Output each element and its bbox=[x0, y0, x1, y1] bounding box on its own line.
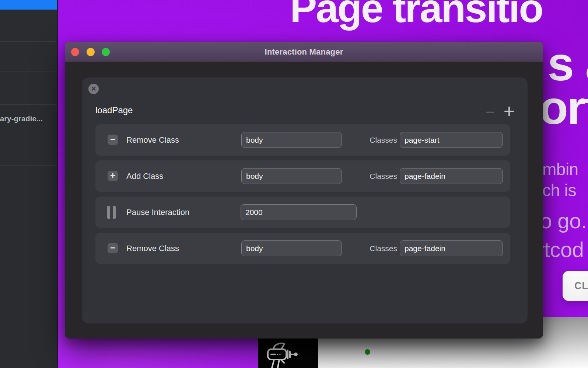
heading-fragment-3: ort bbox=[539, 84, 588, 131]
classes-label: Classes bbox=[353, 244, 397, 253]
paragraph-fragment-2: ch is bbox=[542, 182, 576, 199]
minus-icon[interactable]: − bbox=[108, 135, 118, 145]
selector-input[interactable] bbox=[241, 204, 357, 220]
sidebar-divider bbox=[0, 133, 57, 133]
selector-input[interactable] bbox=[241, 240, 342, 256]
add-action-button[interactable]: + bbox=[502, 104, 517, 119]
action-label: Add Class bbox=[126, 171, 163, 181]
sidebar-divider bbox=[0, 104, 57, 105]
action-row: − Remove Class Classes bbox=[95, 124, 510, 156]
action-rows: − Remove Class Classes + Add Class Class… bbox=[95, 124, 510, 269]
remove-action-button[interactable]: − bbox=[483, 105, 497, 119]
action-label: Pause Interaction bbox=[126, 208, 189, 217]
window-title: Interaction Manager bbox=[65, 47, 543, 57]
action-label: Remove Class bbox=[126, 244, 179, 253]
sidebar-divider bbox=[0, 165, 57, 166]
status-dot bbox=[365, 349, 370, 355]
heading-fragment-2: s a bbox=[547, 40, 588, 88]
classes-input[interactable] bbox=[400, 168, 503, 184]
paragraph-fragment-3: o go. bbox=[540, 210, 587, 232]
sidebar-divider bbox=[0, 41, 57, 42]
window-titlebar[interactable]: Interaction Manager bbox=[65, 42, 543, 62]
action-row: − Remove Class Classes bbox=[95, 233, 510, 264]
interaction-panel: ✕ loadPage − + − Remove Class Classes + … bbox=[82, 77, 528, 323]
action-row: Pause Interaction bbox=[95, 197, 510, 228]
plus-icon[interactable]: + bbox=[108, 171, 118, 181]
selector-input[interactable] bbox=[241, 168, 342, 184]
classes-label: Classes bbox=[353, 136, 397, 145]
action-row: + Add Class Classes bbox=[95, 160, 510, 192]
classes-input[interactable] bbox=[400, 132, 503, 148]
close-panel-icon[interactable]: ✕ bbox=[88, 84, 99, 94]
sidebar-item-label[interactable]: ary-gradie... bbox=[0, 115, 56, 123]
classes-input[interactable] bbox=[400, 240, 503, 256]
interaction-manager-window: Interaction Manager ✕ loadPage − + − Rem… bbox=[65, 42, 543, 339]
page-heading: Page transitio bbox=[290, 0, 542, 28]
paragraph-fragment-4: rtcod bbox=[537, 239, 584, 260]
classes-label: Classes bbox=[353, 172, 397, 181]
action-label: Remove Class bbox=[126, 135, 179, 145]
raygun-logo-tile bbox=[258, 339, 318, 368]
pause-icon[interactable] bbox=[106, 206, 116, 219]
sidebar-selected-item[interactable] bbox=[0, 0, 57, 10]
sidebar-divider bbox=[0, 72, 57, 72]
selector-input[interactable] bbox=[241, 132, 342, 148]
screen: Page transitio s a ort mbin ch is o go. … bbox=[0, 0, 588, 368]
minus-icon[interactable]: − bbox=[108, 243, 118, 253]
cta-button[interactable]: CL bbox=[563, 271, 588, 301]
sidebar-divider bbox=[0, 186, 57, 186]
sidebar: ary-gradie... bbox=[0, 0, 58, 368]
interaction-name-label: loadPage bbox=[95, 105, 133, 115]
paragraph-fragment-1: mbin bbox=[542, 161, 578, 178]
